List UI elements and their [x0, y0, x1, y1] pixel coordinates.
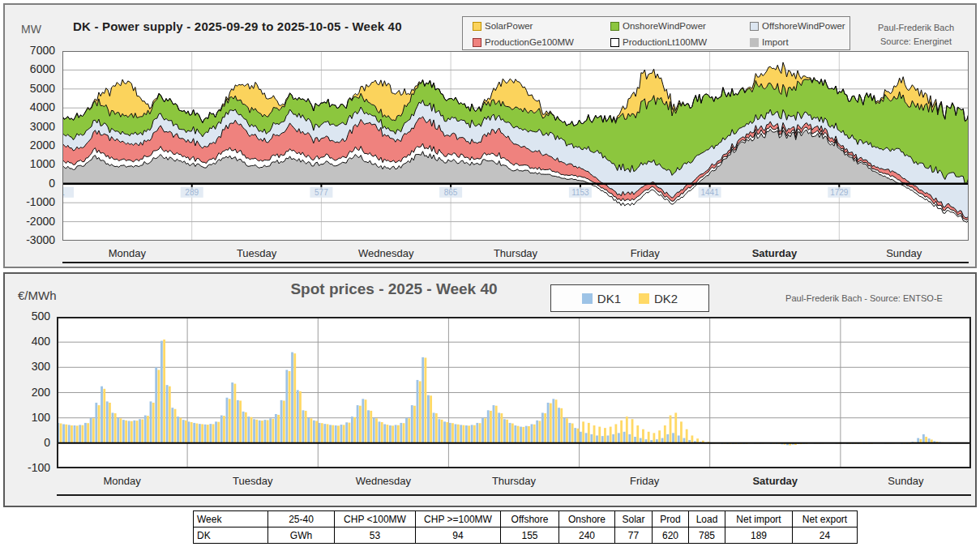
power-day-labels: MondayTuesdayWednesdayThursdayFridaySatu… [62, 247, 969, 259]
legend-item-import: Import [750, 37, 861, 47]
power-attribution: Paul-Frederik Bach Source: Energinet [858, 21, 974, 49]
spot-axis-underline [57, 494, 971, 496]
day-label: Tuesday [192, 247, 322, 259]
svg-text:289: 289 [185, 188, 199, 197]
spot-prices-chart [57, 317, 971, 468]
day-label: Thursday [448, 475, 579, 487]
legend-item-offshorewind: OffshoreWindPower [750, 21, 861, 31]
day-label: Monday [62, 247, 192, 259]
table-cell: 620 [653, 528, 689, 544]
svg-text:1153: 1153 [571, 188, 589, 197]
day-label: Tuesday [187, 475, 318, 487]
legend-item-productionlt100mw: ProductionLt100MW [610, 37, 750, 47]
day-label: Wednesday [318, 475, 448, 487]
table-header-cell: CHP >=100MW [416, 511, 501, 528]
table-cell: 77 [615, 528, 653, 544]
legend-label: SolarPower [485, 21, 533, 31]
legend-item-onshorewind: OnshoreWindPower [610, 21, 750, 31]
table-header-cell: Prod [653, 511, 689, 528]
dk1-legend-swatch [582, 293, 593, 304]
power-axis-underline [62, 262, 969, 263]
y-axis-tick-label: 0 [44, 436, 50, 449]
legend-label: Import [762, 37, 789, 47]
y-axis-tick-label: -2000 [26, 215, 55, 228]
y-axis-tick-label: 4000 [30, 100, 55, 113]
y-axis-tick-label: 100 [32, 411, 50, 424]
table-header-cell: Offshore [501, 511, 559, 528]
table-header-cell: 25-40 [268, 511, 335, 528]
day-label: Saturday [710, 475, 841, 487]
productionlt-legend-swatch [610, 38, 619, 47]
table-cell: GWh [268, 528, 335, 544]
day-label: Friday [580, 247, 710, 259]
table-cell: 24 [793, 528, 858, 544]
y-axis-tick-label: 7000 [30, 44, 55, 57]
y-axis-tick-label: -1000 [26, 195, 55, 208]
spot-legend: DK1 DK2 [550, 284, 709, 312]
spot-prices-panel: €/MWh Spot prices - 2025 - Week 40 DK1 D… [3, 272, 977, 507]
table-cell: 155 [501, 528, 559, 544]
table-cell: 94 [416, 528, 501, 544]
table-cell: 189 [725, 528, 793, 544]
y-axis-tick-label: 500 [32, 310, 50, 322]
y-axis-tick-label: 300 [32, 360, 50, 373]
svg-text:1729: 1729 [830, 188, 849, 197]
power-supply-panel: MW DK - Power supply - 2025-09-29 to 202… [3, 3, 977, 268]
day-label: Sunday [839, 247, 969, 259]
table-header-cell: Solar [615, 511, 653, 528]
legend-item-productionge100mw: ProductionGe100MW [473, 37, 610, 47]
legend-item-dk1: DK1 [582, 292, 621, 305]
y-axis-tick-label: 3000 [30, 120, 55, 133]
day-label: Monday [57, 475, 187, 487]
power-y-axis: 70006000500040003000200010000-1000-2000-… [10, 51, 58, 241]
y-axis-tick-label: 2000 [30, 139, 55, 152]
power-chart-title: DK - Power supply - 2025-09-29 to 2025-1… [73, 19, 402, 33]
legend-label: DK2 [654, 292, 678, 305]
table-header-cell: Load [689, 511, 725, 528]
table-header-cell: Week [194, 511, 268, 528]
table-header-cell: Onshore [559, 511, 615, 528]
legend-label: OffshoreWindPower [762, 21, 845, 31]
legend-item-solarpower: SolarPower [473, 21, 610, 31]
legend-item-dk2: DK2 [639, 292, 678, 305]
dk2-legend-swatch [639, 293, 649, 304]
y-axis-tick-label: 0 [49, 177, 55, 190]
table-data-row: DKGWh53941552407762078518924 [194, 528, 858, 544]
attribution-source: Source: Energinet [880, 36, 952, 46]
table-cell: 53 [335, 528, 416, 544]
day-label: Saturday [710, 247, 840, 259]
attribution-author: Paul-Frederik Bach [878, 23, 954, 32]
y-axis-tick-label: 200 [32, 386, 50, 399]
productionge-legend-swatch [473, 38, 481, 47]
power-supply-chart: 1289577865115314411729 [62, 51, 969, 241]
legend-label: ProductionLt100MW [623, 37, 707, 47]
y-axis-tick-label: 400 [32, 335, 50, 348]
table-cell: 240 [559, 528, 615, 544]
table-header-cell: Net export [793, 511, 858, 528]
y-axis-tick-label: 5000 [30, 82, 55, 95]
power-legend: SolarPower OnshoreWindPower OffshoreWind… [462, 16, 850, 50]
spot-attribution: Paul-Frederik Bach - Source: ENTSO-E [759, 292, 969, 305]
power-unit-label: MW [21, 23, 41, 36]
import-legend-swatch [750, 38, 759, 47]
onshorewind-legend-swatch [610, 22, 619, 31]
y-axis-tick-label: 6000 [30, 62, 55, 75]
svg-text:865: 865 [444, 188, 458, 197]
y-axis-tick-label: -100 [28, 461, 50, 474]
table-cell: DK [194, 528, 268, 544]
svg-text:1441: 1441 [700, 188, 719, 197]
table-header-cell: Net import [725, 511, 793, 528]
y-axis-tick-label: 1000 [30, 157, 55, 170]
spot-unit-label: €/MWh [18, 288, 57, 302]
table-header-cell: CHP <100MW [335, 511, 416, 528]
svg-text:577: 577 [315, 188, 328, 197]
table-header-row: Week25-40CHP <100MWCHP >=100MWOffshoreOn… [194, 511, 858, 528]
solarpower-legend-swatch [473, 22, 481, 31]
spot-day-labels: MondayTuesdayWednesdayThursdayFridaySatu… [57, 475, 971, 487]
spot-chart-title: Spot prices - 2025 - Week 40 [199, 280, 588, 298]
legend-label: DK1 [597, 292, 621, 305]
table-cell: 785 [689, 528, 725, 544]
offshorewind-legend-swatch [750, 22, 759, 31]
day-label: Friday [580, 475, 710, 487]
day-label: Wednesday [321, 247, 451, 259]
